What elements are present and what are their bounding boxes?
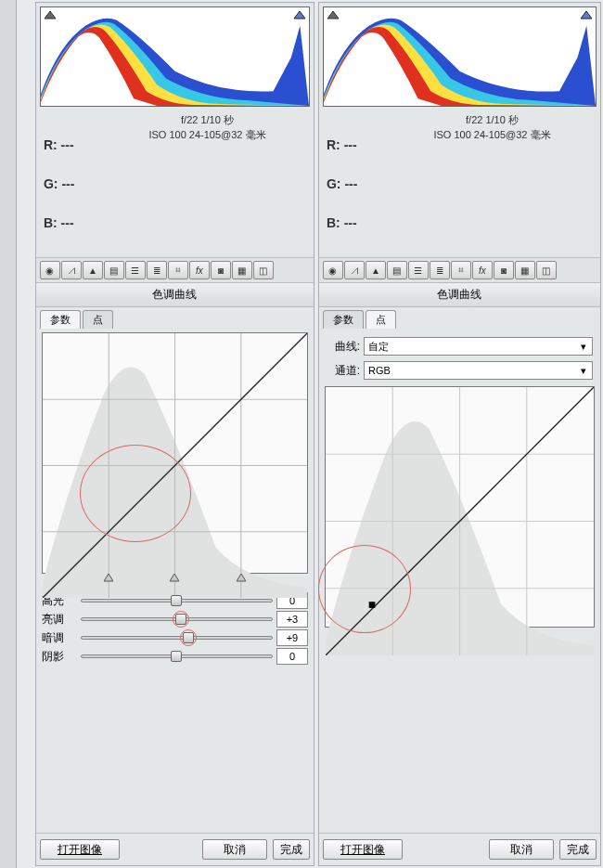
svg-marker-10 bbox=[170, 574, 179, 581]
shadow-value[interactable]: 0 bbox=[276, 648, 308, 665]
lens-icon[interactable]: ⌗ bbox=[451, 261, 471, 279]
light-value[interactable]: +3 bbox=[276, 611, 308, 628]
dialog-buttons: 打开图像 取消 完成 bbox=[319, 833, 600, 865]
snapshot-icon[interactable]: ◫ bbox=[253, 261, 274, 279]
slider-light: 亮调 +3 bbox=[42, 611, 308, 628]
section-title: 色调曲线 bbox=[319, 283, 600, 307]
channel-select-row: 通道: RGB ▾ bbox=[319, 358, 600, 382]
hsl-icon[interactable]: ☰ bbox=[125, 261, 146, 279]
camera-icon[interactable]: ◙ bbox=[494, 261, 514, 279]
tab-point[interactable]: 点 bbox=[83, 310, 113, 329]
fx-icon[interactable]: fx bbox=[189, 261, 210, 279]
slider-highlight: 高光 0 bbox=[42, 592, 308, 609]
curve-point bbox=[369, 602, 376, 608]
curve-graph[interactable] bbox=[325, 386, 595, 628]
shadow-clip-icon[interactable] bbox=[327, 10, 340, 19]
exif-line2: ISO 100 24-105@32 毫米 bbox=[109, 127, 306, 142]
chevron-down-icon: ▾ bbox=[575, 338, 592, 355]
tabs: 参数 点 bbox=[36, 307, 314, 329]
range-markers[interactable] bbox=[42, 574, 308, 587]
tab-point[interactable]: 点 bbox=[366, 310, 396, 329]
detail-icon[interactable]: ▤ bbox=[104, 261, 124, 279]
histogram-icon[interactable]: ▲ bbox=[83, 261, 103, 279]
chevron-down-icon: ▾ bbox=[575, 362, 592, 379]
svg-marker-1 bbox=[294, 11, 305, 19]
aperture-icon[interactable]: ◉ bbox=[323, 261, 343, 279]
curves-panel-point: R: --- G: --- B: --- f/22 1/10 秒 ISO 100… bbox=[318, 2, 601, 866]
svg-marker-13 bbox=[581, 11, 592, 19]
split-icon[interactable]: ≣ bbox=[147, 261, 167, 279]
dark-value[interactable]: +9 bbox=[276, 629, 308, 646]
open-image-button[interactable]: 打开图像 bbox=[40, 839, 120, 860]
slider-shadow: 阴影 0 bbox=[42, 648, 308, 665]
camera-icon[interactable]: ◙ bbox=[211, 261, 231, 279]
window-gutter bbox=[0, 0, 17, 868]
preset-icon[interactable]: ▦ bbox=[515, 261, 535, 279]
channel-select[interactable]: RGB ▾ bbox=[364, 361, 593, 380]
exif-line1: f/22 1/10 秒 bbox=[391, 112, 593, 127]
histogram bbox=[40, 6, 310, 107]
info-readout: R: --- G: --- B: --- f/22 1/10 秒 ISO 100… bbox=[319, 110, 600, 257]
snapshot-icon[interactable]: ◫ bbox=[536, 261, 557, 279]
svg-marker-0 bbox=[45, 11, 56, 19]
svg-marker-12 bbox=[327, 11, 339, 19]
exif-line2: ISO 100 24-105@32 毫米 bbox=[391, 127, 593, 142]
open-image-button[interactable]: 打开图像 bbox=[323, 839, 403, 860]
info-readout: R: --- G: --- B: --- f/22 1/10 秒 ISO 100… bbox=[36, 110, 314, 257]
done-button[interactable]: 完成 bbox=[273, 839, 310, 860]
highlight-clip-icon[interactable] bbox=[580, 10, 593, 19]
curve-select-row: 曲线: 自定 ▾ bbox=[319, 334, 600, 358]
fx-icon[interactable]: fx bbox=[472, 261, 493, 279]
detail-icon[interactable]: ▤ bbox=[387, 261, 407, 279]
tab-parametric[interactable]: 参数 bbox=[40, 310, 81, 329]
cancel-button[interactable]: 取消 bbox=[489, 839, 554, 860]
aperture-icon[interactable]: ◉ bbox=[40, 261, 60, 279]
shadow-clip-icon[interactable] bbox=[44, 10, 57, 19]
split-icon[interactable]: ≣ bbox=[430, 261, 450, 279]
svg-marker-9 bbox=[104, 574, 113, 581]
adjustment-toolbar: ◉ ⩘ ▲ ▤ ☰ ≣ ⌗ fx ◙ ▦ ◫ bbox=[319, 257, 600, 283]
lens-icon[interactable]: ⌗ bbox=[168, 261, 188, 279]
highlight-clip-icon[interactable] bbox=[293, 10, 306, 19]
done-button[interactable]: 完成 bbox=[559, 839, 597, 860]
dialog-buttons: 打开图像 取消 完成 bbox=[36, 833, 314, 865]
preset-icon[interactable]: ▦ bbox=[232, 261, 252, 279]
curve-graph[interactable] bbox=[42, 332, 308, 574]
curve-preset-select[interactable]: 自定 ▾ bbox=[364, 337, 593, 356]
curves-panel-parametric: R: --- G: --- B: --- f/22 1/10 秒 ISO 100… bbox=[35, 2, 314, 866]
adjustment-toolbar: ◉ ⩘ ▲ ▤ ☰ ≣ ⌗ fx ◙ ▦ ◫ bbox=[36, 257, 314, 283]
tab-parametric[interactable]: 参数 bbox=[323, 310, 364, 329]
cancel-button[interactable]: 取消 bbox=[202, 839, 267, 860]
exif-line1: f/22 1/10 秒 bbox=[109, 112, 306, 127]
curves-icon[interactable]: ⩘ bbox=[61, 261, 82, 279]
slider-dark: 暗调 +9 bbox=[42, 629, 308, 646]
histogram-icon[interactable]: ▲ bbox=[366, 261, 386, 279]
section-title: 色调曲线 bbox=[36, 283, 314, 307]
tabs: 参数 点 bbox=[319, 307, 600, 329]
curves-icon[interactable]: ⩘ bbox=[344, 261, 365, 279]
svg-marker-11 bbox=[237, 574, 246, 581]
hsl-icon[interactable]: ☰ bbox=[408, 261, 429, 279]
histogram bbox=[323, 6, 597, 107]
